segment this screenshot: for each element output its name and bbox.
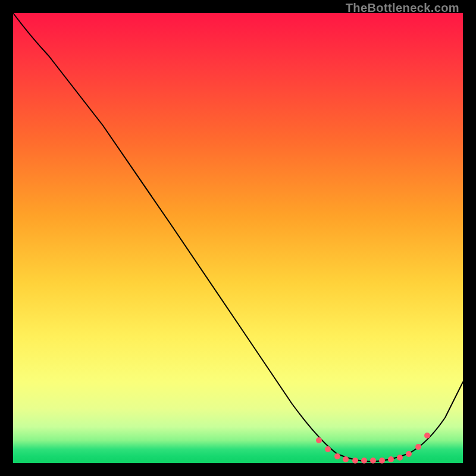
dot: [406, 451, 412, 457]
dot: [361, 458, 367, 464]
valley-dots: [13, 13, 463, 463]
dot: [316, 437, 322, 443]
dot: [424, 433, 430, 439]
dot: [415, 444, 421, 450]
dot: [334, 453, 340, 459]
chart-plot-area: [13, 13, 463, 463]
dot: [343, 456, 349, 462]
dot: [370, 458, 376, 464]
dot: [388, 456, 394, 462]
dot: [352, 458, 358, 464]
dot: [379, 458, 385, 464]
dot: [397, 455, 403, 461]
dot: [325, 446, 331, 452]
chart-frame: TheBottleneck.com: [0, 0, 476, 476]
dot-group: [316, 433, 430, 464]
attribution-text: TheBottleneck.com: [346, 1, 459, 15]
